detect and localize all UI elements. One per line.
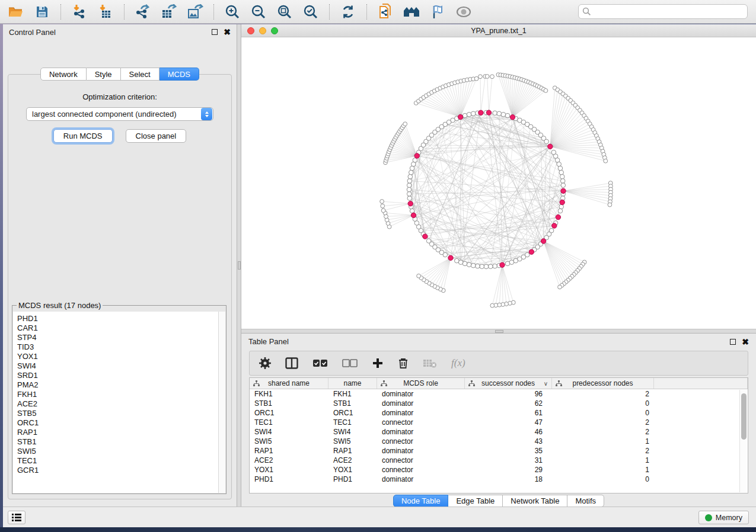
network-node[interactable] [455,258,460,263]
float-panel-icon[interactable] [730,339,736,345]
network-node[interactable] [493,111,497,116]
network-node[interactable] [471,111,476,116]
splitter-grip[interactable] [238,261,241,270]
network-node[interactable] [380,200,384,204]
network-node[interactable] [407,179,412,184]
cell-shared-name[interactable]: PHD1 [250,475,328,484]
refresh-view-icon[interactable] [337,2,359,21]
cell-predecessor-nodes[interactable]: 2 [552,427,654,437]
network-node[interactable] [544,139,549,144]
export-network-icon[interactable] [132,2,154,21]
global-search-field[interactable] [578,4,748,19]
mcds-node[interactable] [479,110,483,115]
cell-successor-nodes[interactable]: 18 [465,475,552,484]
cell-successor-nodes[interactable]: 29 [465,465,552,475]
network-node[interactable] [410,209,414,213]
network-node[interactable] [561,183,566,188]
table-row[interactable]: SWI5SWI5connector431 [250,437,748,446]
cell-predecessor-nodes[interactable]: 2 [552,446,654,456]
network-node[interactable] [474,76,479,81]
network-node[interactable] [560,174,564,179]
float-panel-icon[interactable] [212,29,218,35]
cell-mcds-role[interactable]: connector [377,465,465,475]
mcds-node[interactable] [560,200,564,204]
cell-name[interactable]: SWI5 [328,437,377,446]
column-header-name[interactable]: name [328,378,377,389]
network-node[interactable] [505,113,510,118]
network-node[interactable] [407,192,412,197]
tab-network[interactable]: Network [40,68,87,81]
mcds-list-scrollbar[interactable] [218,312,225,493]
mcds-result-item[interactable]: YOX1 [17,352,225,361]
cell-predecessor-nodes[interactable]: 0 [552,475,654,484]
import-table-icon[interactable] [94,2,117,21]
cell-name[interactable]: YOX1 [328,465,377,475]
network-node[interactable] [484,264,489,269]
network-node[interactable] [408,174,413,179]
mcds-result-item[interactable]: TEC1 [17,456,225,466]
cell-predecessor-nodes[interactable]: 0 [552,408,654,418]
column-header-shared-name[interactable]: shared name [250,378,328,389]
share-network-icon[interactable] [374,2,397,21]
cell-predecessor-nodes[interactable]: 0 [552,399,654,408]
network-node[interactable] [559,204,564,209]
cell-successor-nodes[interactable]: 96 [465,389,552,399]
cell-successor-nodes[interactable]: 46 [465,427,552,437]
select-all-icon[interactable] [312,358,328,368]
network-node[interactable] [467,262,471,267]
mcds-result-item[interactable]: FKH1 [17,390,225,399]
run-mcds-button[interactable]: Run MCDS [53,129,113,143]
mcds-result-item[interactable]: SWI5 [17,447,225,456]
mcds-result-item[interactable]: STB5 [17,409,225,418]
network-canvas[interactable] [241,37,756,329]
mcds-result-item[interactable]: ORC1 [17,418,225,428]
cell-mcds-role[interactable]: dominator [377,408,465,418]
network-node[interactable] [471,263,476,268]
cell-shared-name[interactable]: SWI4 [250,427,328,437]
network-node[interactable] [403,122,407,126]
network-node[interactable] [490,303,495,307]
close-panel-icon[interactable]: ✖ [224,29,231,35]
network-node[interactable] [426,239,431,243]
horizontal-splitter[interactable] [241,329,756,334]
network-node[interactable] [409,170,414,175]
export-image-icon[interactable] [184,2,206,21]
cell-successor-nodes[interactable]: 61 [465,408,552,418]
mcds-node[interactable] [552,223,557,228]
column-header-predecessor-nodes[interactable]: predecessor nodes [552,378,654,389]
cell-shared-name[interactable]: TEC1 [250,418,328,427]
tab-style[interactable]: Style [87,68,121,81]
cell-name[interactable]: ORC1 [328,408,377,418]
table-row[interactable]: ACE2ACE2connector311 [250,456,748,465]
save-session-icon[interactable] [31,2,53,21]
cell-name[interactable]: STB1 [328,399,377,408]
zoom-fit-icon[interactable] [273,2,296,21]
network-node[interactable] [381,209,385,213]
table-row[interactable]: FKH1FKH1dominator962 [250,389,748,399]
mcds-result-item[interactable]: SRD1 [17,371,225,380]
mcds-result-item[interactable]: TID3 [17,342,225,352]
network-node[interactable] [558,166,563,171]
vizmapper-style-icon[interactable] [426,2,449,21]
cell-successor-nodes[interactable]: 62 [465,399,552,408]
column-header-successor-nodes[interactable]: successor nodes∨ [465,378,552,389]
cell-shared-name[interactable]: YOX1 [250,465,328,475]
network-node[interactable] [381,204,385,208]
cell-predecessor-nodes[interactable]: 1 [552,437,654,446]
network-node[interactable] [558,285,562,289]
cell-predecessor-nodes[interactable]: 1 [552,465,654,475]
mcds-node[interactable] [414,153,419,158]
scrollbar-thumb[interactable] [741,393,747,440]
mcds-result-item[interactable]: STP4 [17,333,225,342]
network-node[interactable] [604,159,608,163]
table-row[interactable]: SWI4SWI4dominator462 [250,427,748,437]
cell-predecessor-nodes[interactable]: 2 [552,418,654,427]
column-selector-icon[interactable] [285,357,298,369]
mcds-node[interactable] [561,188,566,193]
cell-shared-name[interactable]: ORC1 [250,408,328,418]
cell-mcds-role[interactable]: dominator [377,475,465,484]
search-input[interactable] [591,8,744,16]
cell-successor-nodes[interactable]: 31 [465,456,552,465]
function-builder-icon[interactable]: f(x) [451,357,465,369]
mcds-result-item[interactable]: ACE2 [17,399,225,409]
